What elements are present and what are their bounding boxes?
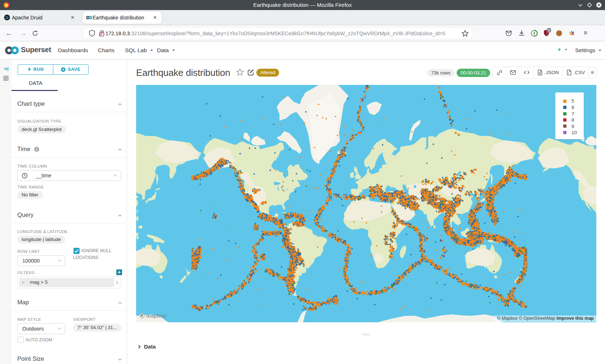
svg-text:x: x (568, 72, 569, 74)
